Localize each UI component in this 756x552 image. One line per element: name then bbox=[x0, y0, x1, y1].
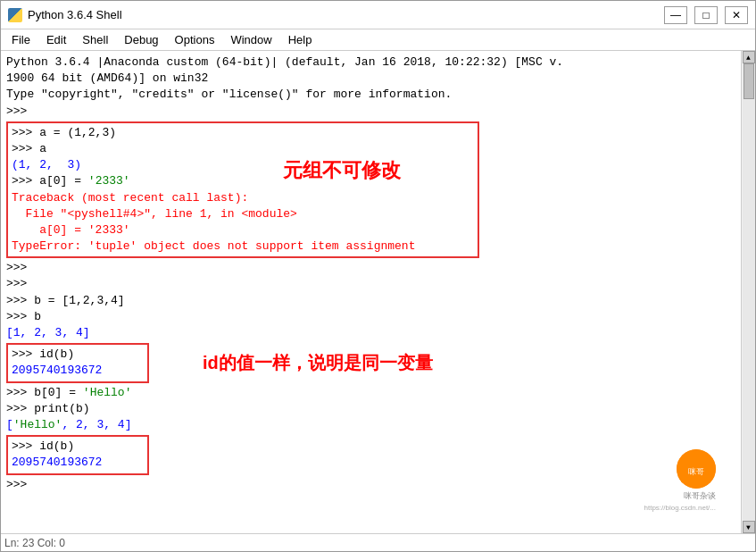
watermark-brand: 咪哥杂谈 bbox=[684, 490, 716, 502]
titlebar-left: Python 3.6.4 Shell bbox=[8, 8, 122, 22]
annotation-same-id: id的值一样，说明是同一变量 bbox=[203, 351, 433, 375]
window-title: Python 3.6.4 Shell bbox=[28, 8, 122, 21]
titlebar-controls[interactable]: — □ ✕ bbox=[664, 6, 748, 24]
svg-text:咪哥: 咪哥 bbox=[688, 467, 704, 476]
scroll-track bbox=[743, 63, 755, 521]
menubar: File Edit Shell Debug Options Window Hel… bbox=[1, 29, 755, 51]
id-after-box: >>> id(b) 2095740193672 bbox=[6, 435, 149, 474]
statusbar: Ln: 23 Col: 0 bbox=[1, 533, 755, 551]
menu-help[interactable]: Help bbox=[281, 31, 320, 48]
traceback-line1: Traceback (most recent call last): bbox=[12, 190, 474, 206]
close-button[interactable]: ✕ bbox=[725, 6, 748, 24]
menu-options[interactable]: Options bbox=[168, 31, 222, 48]
tuple-value: (1, 2, 3) bbox=[12, 157, 474, 173]
tuple-demo-box: >>> a = (1,2,3) >>> a (1, 2, 3) >>> a[0]… bbox=[6, 121, 479, 259]
id-before-value: 2095740193672 bbox=[12, 363, 144, 379]
status-text: Ln: 23 Col: 0 bbox=[4, 537, 65, 549]
prompt-empty2: >>> bbox=[6, 260, 735, 276]
tuple-assign: >>> a = (1,2,3) bbox=[12, 125, 474, 141]
prompt-empty3: >>> bbox=[6, 276, 735, 292]
shell-content[interactable]: Python 3.6.4 |Anaconda custom (64-bit)| … bbox=[1, 51, 741, 533]
scrollbar[interactable]: ▲ ▼ bbox=[741, 51, 755, 533]
list-assign: >>> b = [1,2,3,4] bbox=[6, 293, 735, 309]
menu-edit[interactable]: Edit bbox=[39, 31, 73, 48]
watermark-url: https://blog.csdn.net/... bbox=[644, 504, 717, 512]
list-print: >>> b bbox=[6, 309, 735, 325]
titlebar: Python 3.6.4 Shell — □ ✕ bbox=[1, 1, 755, 29]
traceback-line3: a[0] = '2333' bbox=[12, 222, 474, 238]
id-before-prompt: >>> id(b) bbox=[12, 347, 144, 363]
maximize-button[interactable]: □ bbox=[694, 6, 718, 24]
scroll-down-button[interactable]: ▼ bbox=[743, 521, 755, 533]
tuple-print-prompt: >>> a bbox=[12, 141, 474, 157]
print-b: >>> print(b) bbox=[6, 401, 735, 417]
header-line1: Python 3.6.4 |Anaconda custom (64-bit)| … bbox=[6, 54, 735, 71]
menu-window[interactable]: Window bbox=[223, 31, 278, 48]
list-hello-value: ['Hello', 2, 3, 4] bbox=[6, 417, 735, 433]
header-line2: 1900 64 bit (AMD64)] on win32 bbox=[6, 71, 735, 87]
minimize-button[interactable]: — bbox=[664, 6, 687, 24]
prompt-empty1: >>> bbox=[6, 104, 735, 120]
annotation-tuple-immutable: 元组不可修改 bbox=[283, 157, 401, 184]
list-value: [1, 2, 3, 4] bbox=[6, 325, 735, 341]
python-shell-window: Python 3.6.4 Shell — □ ✕ File Edit Shell… bbox=[0, 0, 756, 552]
id-after-value: 2095740193672 bbox=[12, 455, 144, 471]
content-row: Python 3.6.4 |Anaconda custom (64-bit)| … bbox=[1, 51, 755, 533]
id-before-box: >>> id(b) 2095740193672 bbox=[6, 343, 149, 382]
traceback-line4: TypeError: 'tuple' object does not suppo… bbox=[12, 238, 474, 255]
menu-shell[interactable]: Shell bbox=[75, 31, 115, 48]
python-icon bbox=[8, 8, 22, 22]
menu-file[interactable]: File bbox=[4, 31, 37, 48]
traceback-line2: File "<pyshell#4>", line 1, in <module> bbox=[12, 206, 474, 222]
header-line3: Type "copyright", "credits" or "license(… bbox=[6, 87, 735, 103]
menu-debug[interactable]: Debug bbox=[117, 31, 165, 48]
scroll-up-button[interactable]: ▲ bbox=[743, 51, 755, 63]
main-area: Python 3.6.4 |Anaconda custom (64-bit)| … bbox=[1, 51, 741, 533]
watermark: 咪哥 咪哥杂谈 https://blog.csdn.net/... bbox=[644, 449, 717, 512]
scroll-thumb[interactable] bbox=[744, 63, 754, 99]
watermark-logo: 咪哥 bbox=[677, 449, 716, 489]
final-prompt: >>> bbox=[6, 477, 735, 493]
b0-assign: >>> b[0] = 'Hello' bbox=[6, 385, 735, 401]
tuple-assign-err: >>> a[0] = '2333' bbox=[12, 173, 474, 189]
cat-icon: 咪哥 bbox=[677, 449, 716, 489]
id-after-prompt: >>> id(b) bbox=[12, 439, 144, 455]
